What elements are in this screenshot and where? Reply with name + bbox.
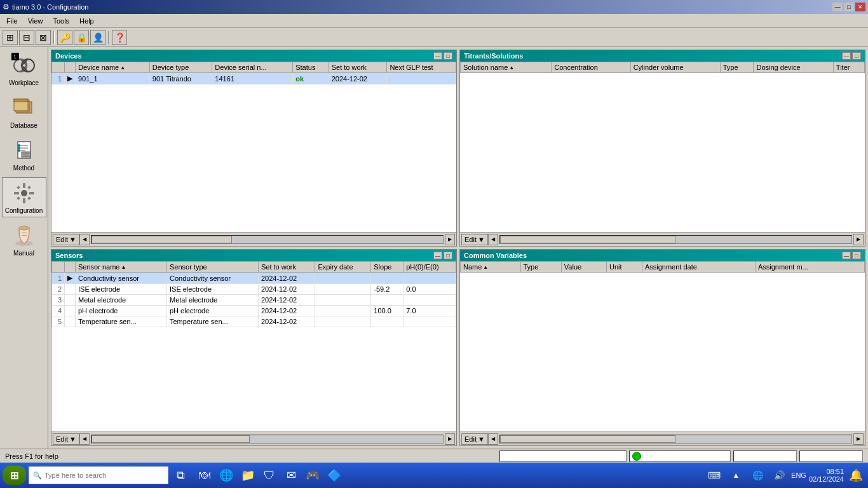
titlebar-controls[interactable]: — □ ✕ (832, 3, 865, 11)
cv-col-value[interactable]: Value (561, 262, 606, 273)
menu-tools[interactable]: Tools (48, 16, 74, 26)
toolbar-btn-key[interactable]: 🔑 (57, 30, 72, 45)
cv-col-assignm[interactable]: Assignment m... (755, 262, 864, 273)
menu-view[interactable]: View (23, 16, 48, 26)
devices-edit-button[interactable]: Edit ▼ (53, 234, 79, 245)
notification-icon[interactable]: 🔔 (846, 466, 865, 485)
sensors-table-row[interactable]: 1 ▶ Conductivity sensor Conductivity sen… (52, 273, 456, 284)
taskbar-app-kaspersky[interactable]: 🔷 (325, 466, 344, 485)
close-button[interactable]: ✕ (855, 3, 865, 11)
cv-scrollbar[interactable] (499, 435, 852, 444)
sidebar-label-workplace: Workplace (9, 79, 39, 86)
network-icon[interactable]: 🌐 (748, 466, 767, 485)
sensors-table-row[interactable]: 5 Temperature sen... Temperature sen... … (52, 316, 456, 327)
menu-file[interactable]: File (1, 16, 23, 26)
titrants-col-name[interactable]: Solution name ▲ (461, 62, 552, 73)
cv-scroll-left[interactable]: ◀ (488, 433, 498, 445)
devices-col-nextglp[interactable]: Next GLP test (387, 62, 456, 73)
taskbar-app-1[interactable]: 🍽 (195, 466, 214, 485)
sidebar-item-database[interactable]: Database (2, 92, 46, 132)
common-variables-edit-arrow: ▼ (478, 435, 485, 443)
toolbar-btn-1[interactable]: ⊞ (3, 30, 18, 45)
devices-header-maximize[interactable]: □ (444, 52, 452, 60)
titrants-table[interactable]: Solution name ▲ Concentration Cylinder v… (460, 62, 865, 232)
devices-table[interactable]: Device name ▲ Device type Device serial … (51, 62, 456, 232)
titrants-col-conc[interactable]: Concentration (552, 62, 630, 73)
sensors-col-expiry[interactable]: Expiry date (315, 262, 371, 273)
sensors-header-minimize[interactable]: — (433, 252, 442, 259)
start-button[interactable]: ⊞ (3, 466, 26, 485)
sensors-edit-button[interactable]: Edit ▼ (53, 433, 79, 445)
menu-help[interactable]: Help (74, 16, 99, 26)
titrants-scrollbar[interactable] (499, 235, 852, 244)
toolbar-btn-2[interactable]: ⊟ (19, 30, 34, 45)
sensors-col-settowork[interactable]: Set to work (258, 262, 315, 273)
cv-col-type[interactable]: Type (520, 262, 561, 273)
taskbar-app-game[interactable]: 🎮 (303, 466, 322, 485)
titrants-col-type[interactable]: Type (720, 62, 754, 73)
sidebar-item-workplace[interactable]: 1 Workplace (2, 50, 46, 90)
sensors-col-type[interactable]: Sensor type (166, 262, 258, 273)
devices-scroll-left[interactable]: ◀ (79, 234, 90, 245)
titrants-scroll-left[interactable]: ◀ (488, 234, 498, 245)
devices-col-status[interactable]: Status (293, 62, 329, 73)
sidebar-item-configuration[interactable]: Configuration (2, 177, 46, 217)
devices-col-serial[interactable]: Device serial n... (212, 62, 293, 73)
titrants-col-dosing[interactable]: Dosing device (754, 62, 833, 73)
chevron-up-icon[interactable]: ▲ (726, 466, 745, 485)
toolbar-btn-help[interactable]: ❓ (112, 30, 127, 45)
devices-col-name[interactable]: Device name ▲ (76, 62, 150, 73)
workplace-badge: 1 (11, 53, 19, 60)
cv-col-assigndate[interactable]: Assignment date (642, 262, 755, 273)
sensors-table[interactable]: Sensor name ▲ Sensor type Set to work Ex… (51, 261, 456, 431)
toolbar-btn-lock[interactable]: 🔒 (74, 30, 89, 45)
titrants-header-minimize[interactable]: — (842, 52, 851, 60)
taskbar-app-explorer[interactable]: 📁 (238, 466, 257, 485)
cv-col-unit[interactable]: Unit (606, 262, 642, 273)
sensors-scroll-left[interactable]: ◀ (79, 433, 90, 445)
sensors-header-maximize[interactable]: □ (444, 252, 452, 259)
taskbar-task-view[interactable]: ⧉ (171, 466, 190, 485)
devices-col-type[interactable]: Device type (149, 62, 212, 73)
common-variables-header-minimize[interactable]: — (842, 252, 851, 259)
devices-header-minimize[interactable]: — (433, 52, 442, 60)
sensors-scrollbar[interactable] (91, 435, 444, 444)
toolbar-btn-3[interactable]: ⊠ (36, 30, 51, 45)
cv-scroll-right[interactable]: ▶ (853, 433, 864, 445)
taskbar-app-edge[interactable]: 🌐 (217, 466, 236, 485)
sidebar-item-method[interactable]: Method (2, 135, 46, 175)
devices-col-settowork[interactable]: Set to work (329, 62, 387, 73)
volume-icon[interactable]: 🔊 (770, 466, 789, 485)
devices-scrollbar[interactable] (91, 235, 444, 244)
sensors-col-name[interactable]: Sensor name ▲ (76, 262, 167, 273)
keyboard-icon[interactable]: ⌨ (705, 466, 724, 485)
devices-scroll-right[interactable]: ▶ (445, 234, 455, 245)
taskbar-app-mail[interactable]: ✉ (281, 466, 301, 485)
statusbar-panel-2 (629, 451, 731, 462)
toolbar-btn-user[interactable]: 👤 (90, 30, 105, 45)
devices-table-row[interactable]: 1 ▶ 901_1 901 Titrando 14161 ok 2024-12-… (52, 73, 456, 85)
sensors-col-slope[interactable]: Slope (371, 262, 403, 273)
sidebar-item-manual[interactable]: Manual (2, 220, 46, 260)
maximize-button[interactable]: □ (844, 3, 854, 11)
titrants-header-maximize[interactable]: □ (852, 52, 861, 60)
common-variables-header-maximize[interactable]: □ (852, 252, 861, 259)
clock[interactable]: 08:51 02/12/2024 (809, 468, 844, 483)
titrants-edit-button[interactable]: Edit ▼ (461, 234, 488, 245)
sensors-scroll-right[interactable]: ▶ (445, 433, 455, 445)
sensors-col-ph[interactable]: pH(0)/E(0) (403, 262, 456, 273)
search-input[interactable] (44, 471, 164, 479)
sensors-table-row[interactable]: 2 ISE electrode ISE electrode 2024-12-02… (52, 284, 456, 295)
taskbar-app-store[interactable]: 🛡 (260, 466, 279, 485)
minimize-button[interactable]: — (832, 3, 843, 11)
sensors-table-row[interactable]: 4 pH electrode pH electrode 2024-12-02 1… (52, 306, 456, 316)
titrants-col-titer[interactable]: Titer (833, 62, 864, 73)
titrants-scroll-right[interactable]: ▶ (853, 234, 864, 245)
common-variables-edit-button[interactable]: Edit ▼ (461, 433, 488, 445)
common-variables-table[interactable]: Name ▲ Type Value Unit Assignment date A… (460, 261, 865, 431)
search-bar[interactable]: 🔍 (29, 466, 168, 484)
sensors-row-arrow (65, 295, 76, 306)
sensors-table-row[interactable]: 3 Metal electrode Metal electrode 2024-1… (52, 295, 456, 306)
cv-col-name[interactable]: Name ▲ (461, 262, 521, 273)
titrants-col-vol[interactable]: Cylinder volume (630, 62, 720, 73)
